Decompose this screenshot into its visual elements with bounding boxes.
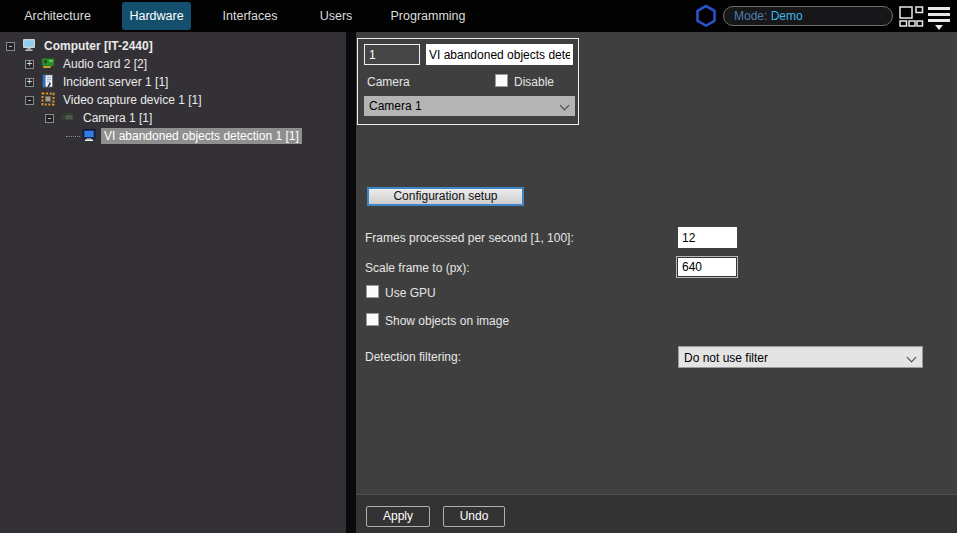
hamburger-bar [928,7,950,10]
action-bar: Apply Undo [356,494,957,533]
undo-button[interactable]: Undo [443,506,505,527]
mode-value: Demo [771,9,803,23]
layouts-grid-icon[interactable] [899,6,924,31]
incident-server-icon [41,74,55,91]
tree-label: Audio card 2 [2] [60,56,150,72]
tree-row-incident-server[interactable]: + Incident server 1 [1] [0,73,346,91]
use-gpu-label: Use GPU [385,286,436,300]
tab-hardware[interactable]: Hardware [122,2,191,30]
top-navigation-bar: Architecture Hardware Interfaces Users P… [0,0,957,32]
expander-plus-icon[interactable]: + [25,60,34,69]
panel-divider [346,32,356,533]
chevron-down-icon [907,353,917,363]
application-window: Architecture Hardware Interfaces Users P… [0,0,957,533]
object-identity-groupbox: Camera Disable Camera 1 [357,38,579,125]
disable-label: Disable [514,75,554,89]
tree-connector [66,136,80,137]
expander-minus-icon[interactable]: - [25,96,34,105]
video-capture-device-icon [41,92,55,109]
tab-programming[interactable]: Programming [385,2,471,30]
tree-row-video-capture-device[interactable]: - Video capture device 1 [1] [0,91,346,109]
use-gpu-checkbox[interactable] [366,285,379,298]
object-name-input[interactable] [426,44,573,65]
tree-row-vi-detection[interactable]: VI abandoned objects detection 1 [1] [0,127,346,145]
tree-label: Incident server 1 [1] [60,74,171,90]
computer-icon [22,38,36,55]
hamburger-bar [928,13,950,16]
caret-down-icon [935,25,943,30]
tab-architecture[interactable]: Architecture [20,2,95,30]
fps-input[interactable] [678,227,737,248]
chevron-down-icon [560,101,570,111]
expander-minus-icon[interactable]: - [6,42,15,51]
camera-label: Camera [367,75,410,89]
tab-interfaces[interactable]: Interfaces [205,2,295,30]
tab-users[interactable]: Users [305,2,367,30]
tree-row-camera[interactable]: - Camera 1 [1] [0,109,346,127]
show-objects-label: Show objects on image [385,314,509,328]
detection-settings-panel: Camera Disable Camera 1 Configuration se… [356,32,957,494]
configuration-setup-button[interactable]: Configuration setup [367,187,524,206]
hamburger-menu-icon[interactable] [928,7,950,30]
camera-select[interactable]: Camera 1 [364,96,575,116]
device-tree: - Computer [IT-2440] + [0,32,346,145]
tree-label-selected: VI abandoned objects detection 1 [1] [101,128,302,144]
hamburger-bar [928,19,950,22]
detection-filtering-label: Detection filtering: [365,350,461,364]
mode-indicator[interactable]: Mode: Demo [723,6,893,26]
hardware-tree-panel: - Computer [IT-2440] + [0,32,346,533]
scale-input[interactable] [677,257,737,277]
tree-row-computer[interactable]: - Computer [IT-2440] [0,37,346,55]
app-logo-hexagon-icon [695,4,717,32]
scale-label: Scale frame to (px): [365,261,470,275]
apply-button[interactable]: Apply [366,506,430,527]
camera-icon [61,110,75,127]
expander-plus-icon[interactable]: + [25,78,34,87]
disable-checkbox[interactable] [495,74,508,87]
fps-label: Frames processed per second [1, 100]: [365,231,574,245]
tree-label: Camera 1 [1] [80,110,155,126]
tree-label: Video capture device 1 [1] [60,92,205,108]
camera-select-value: Camera 1 [369,99,422,113]
show-objects-checkbox[interactable] [366,313,379,326]
detection-monitor-icon [82,128,96,145]
tree-label: Computer [IT-2440] [41,38,156,54]
tree-row-audio-card[interactable]: + Audio card 2 [2] [0,55,346,73]
expander-minus-icon[interactable]: - [45,114,54,123]
mode-label: Mode: [734,9,767,23]
detection-filtering-select[interactable]: Do not use filter [678,346,923,368]
audio-card-icon [41,56,55,73]
object-id-input[interactable] [364,44,420,65]
detection-filtering-value: Do not use filter [684,351,768,365]
